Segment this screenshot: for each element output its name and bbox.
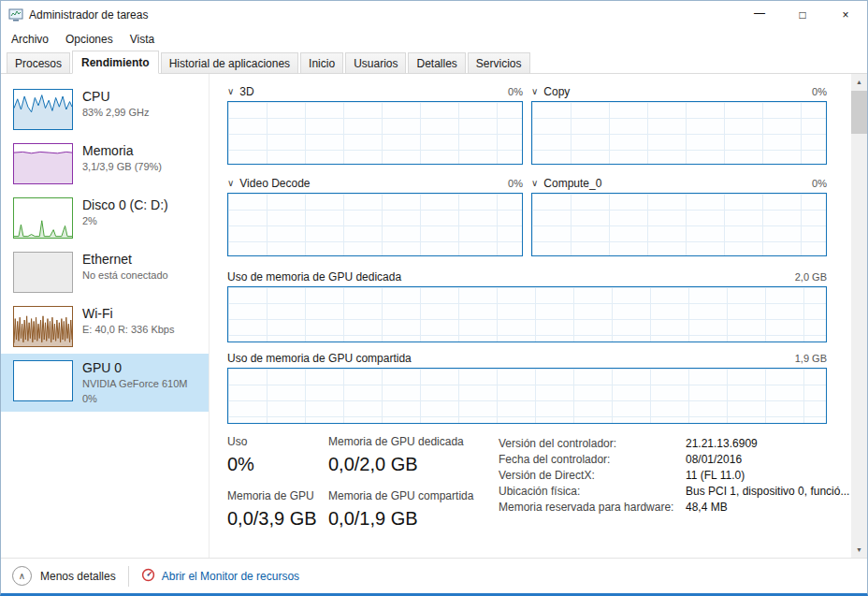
menu-vista[interactable]: Vista <box>122 31 163 48</box>
scrollbar-thumb[interactable] <box>851 91 867 134</box>
cpu-mini-chart <box>13 89 73 130</box>
footer-bar: ∧ Menos detalles Abrir el Monitor de rec… <box>1 558 867 593</box>
gpu-engine-chart-3d: ∨ 3D 0% <box>227 81 523 173</box>
detail-row: Versión de DirectX: 11 (FL 11.0) <box>499 468 849 484</box>
tab-detalles[interactable]: Detalles <box>408 52 465 74</box>
sidebar-item-detail: 3,1/3,9 GB (79%) <box>82 161 162 173</box>
chart-max-value: 0% <box>508 86 523 97</box>
detail-label: Fecha del controlador: <box>499 452 686 468</box>
chevron-down-icon[interactable]: ∨ <box>227 87 234 96</box>
stat-label: Memoria de GPU dedicada <box>328 435 499 452</box>
disk-mini-chart <box>13 197 73 239</box>
gpu-engine-chart-video-decode: ∨ Video Decode 0% <box>227 173 523 265</box>
gpu-engine-chart-compute0: ∨ Compute_0 0% <box>531 173 827 265</box>
sidebar-item-detail: NVIDIA GeForce 610M <box>82 378 188 390</box>
gpu-shared-memory-chart: Uso de memoria de GPU compartida 1,9 GB <box>227 348 827 424</box>
stat-label: Memoria de GPU <box>227 489 328 506</box>
tab-historial-de-aplicaciones[interactable]: Historial de aplicaciones <box>161 52 298 74</box>
tab-rendimiento[interactable]: Rendimiento <box>72 51 159 74</box>
sidebar-item-cpu[interactable]: CPU 83% 2,99 GHz <box>1 82 209 137</box>
detail-label: Ubicación física: <box>499 484 686 500</box>
maximize-button[interactable]: □ <box>781 1 824 29</box>
app-icon <box>8 7 23 22</box>
detail-value: 21.21.13.6909 <box>686 436 758 452</box>
chart-max-value: 0% <box>508 178 523 189</box>
detail-row: Versión del controlador: 21.21.13.6909 <box>499 436 849 452</box>
stat-value: 0,0/2,0 GB <box>328 452 499 489</box>
stat-value: 0,0/1,9 GB <box>328 506 499 544</box>
detail-value: Bus PCI 1, dispositivo 0, funció... <box>686 484 849 500</box>
resource-monitor-icon <box>141 568 155 585</box>
sidebar-item-label: CPU <box>82 89 150 104</box>
chart-plot-area <box>227 101 523 165</box>
stat-label: Uso <box>227 435 328 452</box>
menu-opciones[interactable]: Opciones <box>57 31 122 48</box>
tab-inicio[interactable]: Inicio <box>300 52 343 74</box>
chart-max-value: 0% <box>812 178 827 189</box>
sidebar-item-label: GPU 0 <box>82 360 188 375</box>
chart-plot-area <box>531 193 827 256</box>
detail-row: Ubicación física: Bus PCI 1, dispositivo… <box>499 484 849 500</box>
chart-title: Video Decode <box>239 177 310 190</box>
collapse-details-label[interactable]: Menos detalles <box>40 570 116 583</box>
detail-label: Memoria reservada para hardware: <box>499 500 686 516</box>
memory-mini-chart <box>13 143 73 184</box>
stat-value: 0,0/3,9 GB <box>227 506 328 544</box>
detail-row: Memoria reservada para hardware: 48,4 MB <box>499 500 849 516</box>
sidebar-item-wifi[interactable]: Wi-Fi E: 40,0 R: 336 Kbps <box>1 299 209 354</box>
sidebar-item-label: Disco 0 (C: D:) <box>82 197 168 212</box>
minimize-button[interactable]: — <box>738 1 781 29</box>
tab-procesos[interactable]: Procesos <box>7 52 70 74</box>
sidebar-item-detail: 83% 2,99 GHz <box>82 107 150 119</box>
chart-title: 3D <box>239 85 253 98</box>
minimize-icon: — <box>754 7 765 20</box>
wifi-mini-chart <box>13 306 73 347</box>
detail-value: 11 (FL 11.0) <box>686 468 745 484</box>
stat-value: 0% <box>227 452 328 489</box>
chart-title: Uso de memoria de GPU compartida <box>227 352 412 365</box>
stat-label: Memoria de GPU compartida <box>328 489 499 506</box>
scroll-up-icon[interactable]: ▲ <box>851 74 867 90</box>
menubar: Archivo Opciones Vista <box>1 29 867 50</box>
collapse-details-button[interactable]: ∧ <box>12 566 32 586</box>
chart-plot-area <box>227 368 827 424</box>
tabstrip: Procesos Rendimiento Historial de aplica… <box>1 50 867 74</box>
chart-plot-area <box>227 286 827 342</box>
titlebar[interactable]: Administrador de tareas — □ × <box>1 1 867 29</box>
sidebar-item-detail: No está conectado <box>82 269 168 282</box>
tab-usuarios[interactable]: Usuarios <box>345 52 406 74</box>
chevron-down-icon[interactable]: ∨ <box>227 179 234 188</box>
vertical-scrollbar[interactable]: ▲ ▼ <box>851 74 867 558</box>
scroll-down-icon[interactable]: ▼ <box>851 542 867 558</box>
detail-value: 08/01/2016 <box>686 452 742 468</box>
sidebar-item-memoria[interactable]: Memoria 3,1/3,9 GB (79%) <box>1 137 209 191</box>
open-resource-monitor-link[interactable]: Abrir el Monitor de recursos <box>141 568 299 585</box>
task-manager-window: Administrador de tareas — □ × Archivo Op… <box>0 0 868 596</box>
sidebar-item-label: Wi-Fi <box>82 306 174 321</box>
sidebar-item-gpu0[interactable]: GPU 0 NVIDIA GeForce 610M 0% <box>1 354 209 412</box>
resource-monitor-label[interactable]: Abrir el Monitor de recursos <box>162 570 299 583</box>
detail-value: 48,4 MB <box>686 500 728 516</box>
sidebar-item-ethernet[interactable]: Ethernet No está conectado <box>1 245 209 299</box>
gpu-mini-chart <box>13 360 73 401</box>
chevron-up-icon: ∧ <box>19 571 25 581</box>
footer-divider <box>128 566 129 587</box>
chevron-down-icon[interactable]: ∨ <box>531 87 538 96</box>
gpu-dedicated-memory-chart: Uso de memoria de GPU dedicada 2,0 GB <box>227 267 827 342</box>
detail-row: Fecha del controlador: 08/01/2016 <box>499 452 849 468</box>
chart-max-value: 2,0 GB <box>795 271 827 283</box>
menu-archivo[interactable]: Archivo <box>3 31 57 48</box>
chart-title: Copy <box>543 85 570 98</box>
sidebar-item-detail: 2% <box>82 215 168 227</box>
gpu-usage-stats: Uso Memoria de GPU dedicada 0% 0,0/2,0 G… <box>227 435 499 544</box>
chart-plot-area <box>531 101 827 165</box>
ethernet-mini-chart <box>13 252 73 293</box>
sidebar-item-disco[interactable]: Disco 0 (C: D:) 2% <box>1 191 209 245</box>
chevron-down-icon[interactable]: ∨ <box>531 179 538 188</box>
close-icon: × <box>842 8 848 22</box>
close-button[interactable]: × <box>824 1 867 29</box>
maximize-icon: □ <box>799 8 805 22</box>
sidebar-item-label: Ethernet <box>82 252 168 267</box>
tab-servicios[interactable]: Servicios <box>468 52 530 74</box>
sidebar-item-label: Memoria <box>82 143 162 158</box>
